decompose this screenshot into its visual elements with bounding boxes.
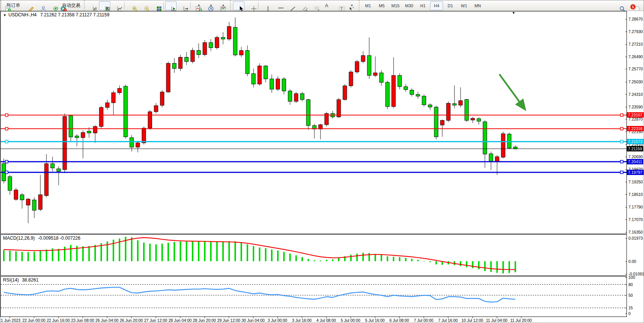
macd-histogram-bar	[143, 243, 145, 261]
cursor-tool-button[interactable]	[233, 1, 244, 10]
line-handle[interactable]	[5, 114, 8, 116]
line-handle[interactable]	[5, 127, 8, 130]
text-tool-button[interactable]: A	[321, 1, 332, 10]
candle	[416, 94, 420, 96]
time-axis-label: 3 Jul 00:00	[268, 318, 287, 323]
arrows-tool-button[interactable]: ▼	[345, 1, 357, 10]
macd-histogram-bar	[33, 251, 35, 261]
timeframe-button-mn[interactable]: MN	[471, 1, 484, 10]
search-button[interactable]	[614, 1, 625, 10]
line-handle[interactable]	[620, 114, 623, 116]
vertical-line-tool-button[interactable]	[260, 1, 271, 10]
rsi-label: RSI(14)	[3, 277, 19, 283]
rsi-panel[interactable]: RSI(14) 38.8261	[0, 276, 627, 317]
auto-trading-button[interactable]: 自动交易	[59, 1, 82, 10]
candlestick-chart-button[interactable]	[99, 1, 110, 10]
candle	[355, 62, 359, 72]
line-handle[interactable]	[5, 171, 8, 173]
label-tool-button[interactable]: T	[333, 1, 344, 10]
price-chart-panel[interactable]: ▼ USDCNH-,H4 7.21262 7.21358 7.21127 7.2…	[0, 11, 627, 234]
candle	[367, 56, 371, 75]
line-handle[interactable]	[5, 140, 8, 143]
periods-button[interactable]: ▼	[204, 1, 216, 10]
horizontal-line-tool-button[interactable]	[272, 1, 284, 10]
indicators-button[interactable]: ▼	[192, 1, 204, 10]
candle	[142, 128, 146, 143]
candle	[465, 99, 469, 120]
timeframe-button-h1[interactable]: H1	[416, 1, 429, 10]
candle	[136, 143, 140, 147]
price-axis-label: 7.20690	[628, 154, 643, 159]
macd-histogram-bar	[259, 247, 260, 261]
candle	[124, 86, 128, 137]
candle	[379, 73, 383, 82]
candle	[453, 103, 456, 105]
styler-button[interactable]	[22, 1, 34, 10]
candle	[501, 134, 505, 157]
line-handle[interactable]	[620, 161, 623, 163]
macd-histogram-bar	[350, 255, 352, 261]
crosshair-tool-button[interactable]	[245, 1, 257, 10]
candle	[483, 122, 487, 154]
line-handle[interactable]	[5, 161, 8, 163]
auto-scroll-button[interactable]	[165, 1, 177, 10]
candle	[398, 75, 402, 87]
macd-histogram-bar	[326, 260, 327, 261]
candle	[93, 126, 97, 133]
candle	[459, 101, 462, 105]
macd-histogram-bar	[509, 261, 510, 273]
macd-histogram-bar	[167, 243, 169, 261]
rsi-value: 38.8261	[22, 277, 38, 283]
timeframe-button-m30[interactable]: M30	[403, 1, 416, 10]
down-arrow-annotation[interactable]	[499, 74, 524, 108]
line-price-tag: 7.22318	[627, 126, 644, 131]
fibonacci-tool-button[interactable]: F	[309, 1, 320, 10]
candle	[112, 93, 115, 103]
time-axis-label: 23 Jun 08:00	[71, 318, 94, 323]
candle	[105, 103, 109, 107]
line-chart-button[interactable]	[111, 1, 123, 10]
line-handle[interactable]	[620, 171, 623, 173]
macd-histogram-bar	[27, 252, 29, 261]
chart-shift-button[interactable]	[177, 1, 189, 10]
timeframe-button-w1[interactable]: W1	[457, 1, 470, 10]
time-axis[interactable]: 21 Jun 202322 Jun 00:0022 Jun 16:0023 Ju…	[0, 317, 627, 323]
timeframe-button-d1[interactable]: D1	[444, 1, 457, 10]
timeframe-button-m1[interactable]: M1	[362, 1, 375, 10]
time-axis-label: 5 Jul 00:00	[341, 318, 360, 323]
price-axis[interactable]: 7.286707.279307.272107.264907.257707.250…	[627, 11, 644, 317]
candle	[513, 147, 517, 149]
macd-histogram-bar	[295, 255, 297, 261]
line-price-tag: 7.23107	[627, 112, 644, 118]
notifications-button[interactable]: 1	[628, 1, 639, 10]
timeframe-button-h4[interactable]: H4	[430, 1, 443, 10]
text-icon: A	[325, 3, 328, 8]
timeframe-button-m15[interactable]: M15	[389, 1, 402, 10]
macd-histogram-bar	[393, 257, 394, 261]
rsi-canvas	[1, 277, 626, 317]
price-axis-label: 7.27930	[628, 29, 643, 34]
new-order-button[interactable]: 新订单	[3, 1, 22, 10]
candle	[264, 66, 268, 79]
timeframe-button-m5[interactable]: M5	[375, 1, 388, 10]
macd-histogram-bar	[21, 252, 23, 261]
macd-histogram-bar	[82, 246, 84, 261]
chart-shift-marker-icon[interactable]: ▼	[512, 11, 515, 15]
zoom-in-button[interactable]	[126, 1, 137, 10]
candle	[154, 106, 158, 112]
candle	[51, 164, 54, 168]
bar-chart-button[interactable]	[87, 1, 98, 10]
signals-button[interactable]	[47, 1, 58, 10]
templates-button[interactable]: ▼	[217, 1, 228, 10]
candle	[166, 63, 170, 92]
macd-histogram-bar	[411, 259, 413, 261]
trendline-tool-button[interactable]	[284, 1, 296, 10]
macd-panel[interactable]: MACD(12,26,9) -0.009518 -0.007226	[0, 234, 627, 276]
line-handle[interactable]	[620, 127, 623, 130]
macd-histogram-bar	[58, 249, 59, 261]
equidistant-channel-tool-button[interactable]: E	[296, 1, 308, 10]
zoom-out-button[interactable]	[138, 1, 150, 10]
line-handle[interactable]	[620, 140, 623, 143]
tile-windows-button[interactable]	[150, 1, 162, 10]
market-watch-button[interactable]	[35, 1, 46, 10]
